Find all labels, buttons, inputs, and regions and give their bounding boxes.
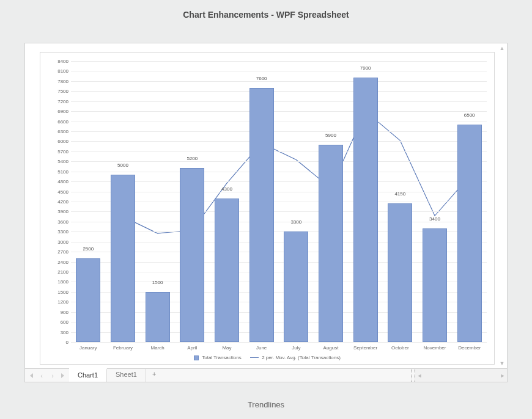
y-tick-label: 3900 bbox=[50, 209, 68, 214]
plot-area: 0300600900120015001800210024002700300033… bbox=[71, 61, 487, 342]
y-tick-label: 5100 bbox=[50, 169, 68, 174]
y-tick-label: 5700 bbox=[50, 148, 68, 154]
bar bbox=[457, 125, 482, 342]
scroll-up-icon[interactable]: ▲ bbox=[498, 45, 506, 52]
y-tick-label: 2700 bbox=[50, 249, 68, 255]
legend-line-icon bbox=[250, 357, 259, 358]
legend-trend-label: 2 per. Mov. Avg. (Total Transactions) bbox=[262, 355, 341, 360]
gridline bbox=[71, 161, 487, 162]
legend-swatch-icon bbox=[194, 355, 199, 360]
y-tick-label: 5400 bbox=[50, 159, 68, 164]
y-tick-label: 1500 bbox=[50, 289, 68, 294]
gridline bbox=[71, 101, 487, 102]
gridline bbox=[71, 342, 487, 343]
y-tick-label: 3300 bbox=[50, 229, 68, 235]
y-tick-label: 3000 bbox=[50, 239, 68, 244]
y-tick-label: 8400 bbox=[50, 59, 68, 64]
y-tick-label: 4500 bbox=[50, 189, 68, 194]
bar-value-label: 3400 bbox=[423, 216, 447, 222]
y-tick-label: 6600 bbox=[50, 118, 68, 124]
y-tick-label: 1800 bbox=[50, 279, 68, 285]
gridline bbox=[71, 71, 487, 71]
y-tick-label: 2100 bbox=[50, 269, 68, 275]
bar-value-label: 3300 bbox=[284, 219, 308, 225]
y-tick-label: 4800 bbox=[50, 179, 68, 184]
bar-value-label: 1500 bbox=[146, 280, 170, 285]
x-tick-label: May bbox=[210, 345, 244, 351]
x-tick-label: March bbox=[141, 345, 175, 351]
y-tick-label: 2400 bbox=[50, 259, 68, 264]
y-tick-label: 6000 bbox=[50, 139, 68, 144]
gridline bbox=[71, 122, 487, 122]
bar bbox=[353, 78, 378, 342]
sheet-tabbar: ‹ › Chart1 Sheet1 + ◄ ► bbox=[25, 368, 507, 382]
y-tick-label: 1200 bbox=[50, 299, 68, 305]
y-tick-label: 3600 bbox=[50, 219, 68, 224]
chart-area: 0300600900120015001800210024002700300033… bbox=[40, 52, 495, 365]
add-sheet-button[interactable]: + bbox=[146, 369, 162, 382]
x-tick-label: October bbox=[383, 345, 417, 351]
hscroll-right-icon[interactable]: ► bbox=[498, 373, 507, 379]
page-title: Chart Enhancements - WPF Spreadsheet bbox=[0, 0, 532, 23]
x-tick-label: July bbox=[279, 345, 313, 351]
bar bbox=[215, 199, 239, 342]
x-tick-label: January bbox=[71, 345, 105, 351]
tab-nav-next-button[interactable]: › bbox=[47, 369, 58, 382]
caption: Trendlines bbox=[0, 400, 532, 409]
bar-value-label: 6500 bbox=[457, 112, 482, 118]
gridline bbox=[71, 141, 487, 142]
bar bbox=[388, 203, 412, 342]
tab-chart1[interactable]: Chart1 bbox=[69, 368, 107, 382]
bar bbox=[180, 168, 204, 342]
bar bbox=[76, 258, 100, 342]
legend-series-label: Total Transactions bbox=[202, 355, 241, 360]
x-tick-label: September bbox=[349, 345, 383, 351]
gridline bbox=[71, 81, 487, 82]
horizontal-scrollbar[interactable]: ◄ ► bbox=[415, 369, 507, 382]
bar bbox=[284, 231, 308, 342]
gridline bbox=[71, 172, 487, 172]
hscroll-left-icon[interactable]: ◄ bbox=[415, 373, 424, 379]
x-tick-label: June bbox=[245, 345, 279, 351]
y-tick-label: 6900 bbox=[50, 109, 68, 114]
bar-value-label: 5000 bbox=[111, 162, 135, 168]
bar bbox=[146, 292, 170, 342]
bar bbox=[319, 145, 343, 342]
gridline bbox=[71, 131, 487, 132]
bar-value-label: 7600 bbox=[249, 76, 274, 81]
tab-nav-prev-button[interactable]: ‹ bbox=[36, 369, 47, 382]
x-tick-label: December bbox=[453, 345, 487, 351]
gridline bbox=[71, 151, 487, 152]
y-tick-label: 7200 bbox=[50, 98, 68, 104]
chart-legend: Total Transactions 2 per. Mov. Avg. (Tot… bbox=[40, 355, 494, 360]
bar bbox=[111, 175, 135, 342]
y-tick-label: 0 bbox=[50, 340, 68, 345]
bar bbox=[249, 88, 274, 342]
bar-value-label: 7900 bbox=[353, 65, 378, 71]
bar-value-label: 4150 bbox=[388, 191, 412, 197]
x-tick-label: February bbox=[106, 345, 140, 351]
tab-nav-first-button[interactable] bbox=[25, 369, 36, 382]
y-tick-label: 300 bbox=[50, 329, 68, 335]
x-tick-label: April bbox=[175, 345, 209, 351]
gridline bbox=[71, 111, 487, 112]
bar-value-label: 5900 bbox=[319, 133, 343, 138]
x-tick-label: August bbox=[314, 345, 348, 351]
bar-value-label: 5200 bbox=[180, 156, 204, 161]
bar-value-label: 4300 bbox=[215, 186, 239, 192]
y-tick-label: 7800 bbox=[50, 78, 68, 84]
gridline bbox=[71, 61, 487, 62]
y-tick-label: 6300 bbox=[50, 129, 68, 134]
bar-value-label: 2500 bbox=[76, 246, 100, 252]
y-tick-label: 900 bbox=[50, 309, 68, 315]
y-tick-label: 7500 bbox=[50, 89, 68, 94]
y-tick-label: 8100 bbox=[50, 68, 68, 74]
tab-nav-last-button[interactable] bbox=[58, 369, 69, 382]
y-tick-label: 600 bbox=[50, 319, 68, 325]
scroll-down-icon[interactable]: ▼ bbox=[498, 360, 506, 367]
bar bbox=[423, 228, 447, 342]
tab-sheet1[interactable]: Sheet1 bbox=[107, 369, 146, 382]
x-tick-label: November bbox=[418, 345, 452, 351]
y-tick-label: 4200 bbox=[50, 199, 68, 205]
spreadsheet-panel: ▲ ▼ 030060090012001500180021002400270030… bbox=[24, 43, 508, 382]
